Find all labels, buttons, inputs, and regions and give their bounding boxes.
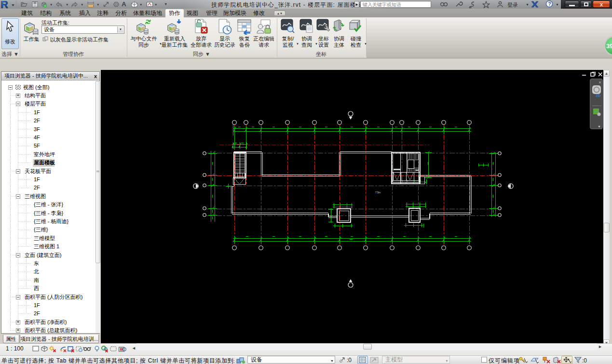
svg-text:2D: 2D xyxy=(596,94,600,97)
svg-text:?: ? xyxy=(548,1,551,7)
svg-text:39: 39 xyxy=(606,42,612,50)
svg-text:7.5m: 7.5m xyxy=(375,191,381,194)
